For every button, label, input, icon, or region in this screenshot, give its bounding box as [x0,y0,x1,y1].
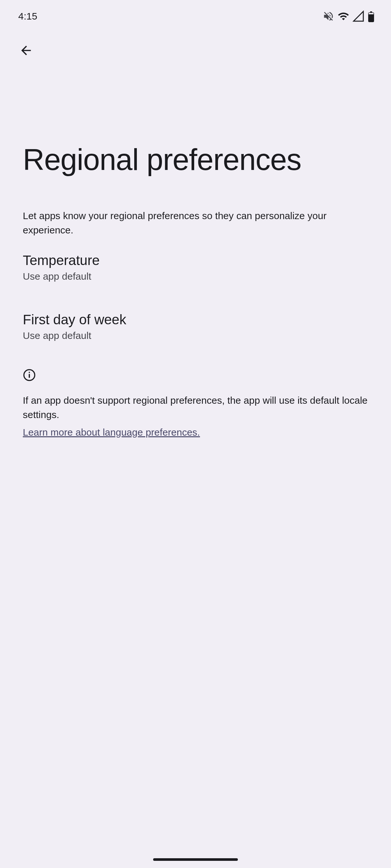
info-text: If an app doesn't support regional prefe… [23,393,368,422]
setting-first-day[interactable]: First day of week Use app default [0,296,391,355]
info-block: If an app doesn't support regional prefe… [0,355,391,438]
status-icons [323,10,375,22]
battery-icon [367,10,375,22]
setting-first-day-value: Use app default [23,330,368,341]
setting-temperature-title: Temperature [23,253,368,268]
svg-rect-0 [369,13,374,14]
arrow-back-icon [19,43,33,59]
setting-first-day-title: First day of week [23,312,368,328]
wifi-icon [338,10,349,22]
status-bar: 4:15 [0,0,391,33]
signal-icon [353,10,364,22]
page-subtitle: Let apps know your regional preferences … [0,176,391,237]
status-time: 4:15 [18,11,37,22]
mute-icon [323,10,334,22]
back-button[interactable] [18,43,34,59]
page-title: Regional preferences [0,59,391,176]
info-icon [23,369,368,383]
toolbar [0,33,391,59]
learn-more-link[interactable]: Learn more about language preferences. [23,427,200,438]
setting-temperature[interactable]: Temperature Use app default [0,237,391,296]
navigation-handle[interactable] [153,858,238,861]
svg-point-3 [29,372,30,373]
setting-temperature-value: Use app default [23,271,368,282]
